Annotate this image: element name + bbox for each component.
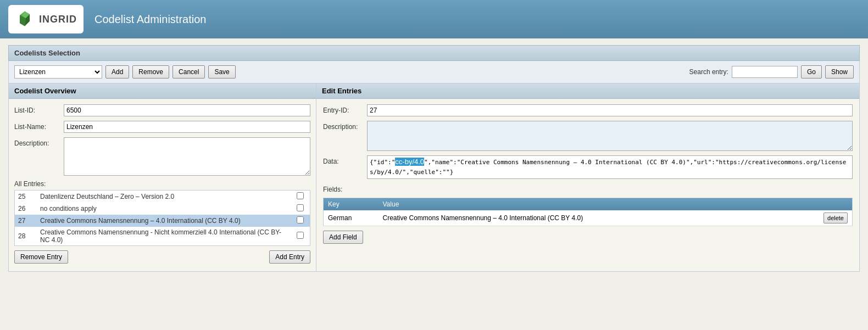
edit-entries-header: Edit Entries [316, 83, 859, 99]
list-name-input[interactable] [64, 121, 310, 133]
entry-id-cell: 28 [15, 227, 37, 245]
field-action[interactable]: delete [819, 210, 852, 226]
entry-check-cell[interactable] [293, 227, 310, 245]
left-panel: Codelist Overview List-ID: List-Name: De… [9, 83, 316, 271]
codelist-overview-body: List-ID: List-Name: Description: All Ent… [9, 99, 316, 271]
edit-description-label: Description: [323, 121, 367, 131]
right-panel: Edit Entries Entry-ID: Description: Data… [316, 83, 859, 271]
codelists-selection-header: Codelists Selection [8, 45, 860, 61]
remove-button[interactable]: Remove [132, 65, 169, 79]
app-title: Codelist Administration [94, 13, 206, 26]
entry-check-cell[interactable] [293, 191, 310, 203]
description-textarea[interactable] [64, 137, 310, 176]
data-highlight: cc-by/4.0 [395, 158, 424, 166]
edit-description-textarea[interactable] [367, 121, 853, 151]
entry-name-cell: Datenlizenz Deutschland – Zero – Version… [37, 191, 293, 203]
fields-key-header: Key [324, 198, 379, 211]
entry-id-row: Entry-ID: [323, 104, 853, 116]
logo-text: INGRID [39, 14, 77, 25]
entry-check-cell[interactable] [293, 215, 310, 227]
table-row[interactable]: 27 Creative Commons Namensnennung – 4.0 … [15, 215, 310, 227]
header: INGRID Codelist Administration [0, 0, 868, 38]
add-field-row: Add Field [323, 231, 853, 244]
delete-button[interactable]: delete [824, 212, 848, 223]
list-item: German Creative Commons Namensnennung – … [324, 210, 853, 226]
entry-name-cell: no conditions apply [37, 203, 293, 215]
table-row[interactable]: 26 no conditions apply [15, 203, 310, 215]
remove-entry-button[interactable]: Remove Entry [14, 250, 68, 264]
add-button[interactable]: Add [105, 65, 129, 79]
entry-id-cell: 25 [15, 191, 37, 203]
main-panels: Codelist Overview List-ID: List-Name: De… [8, 83, 860, 272]
edit-description-row: Description: [323, 121, 853, 151]
data-label: Data: [323, 155, 367, 165]
ingrid-logo-icon [15, 9, 35, 29]
bottom-toolbar: Remove Entry Add Entry [14, 246, 310, 266]
fields-table: Key Value German Creative Commons Namens… [323, 198, 853, 226]
codelist-overview-header: Codelist Overview [9, 83, 316, 99]
entry-id-cell: 27 [15, 215, 37, 227]
entry-name-cell: Creative Commons Namensnennung - Nicht k… [37, 227, 293, 245]
data-display[interactable]: {"id":"cc-by/4.0","name":"Creative Commo… [367, 155, 853, 179]
entries-table: 25 Datenlizenz Deutschland – Zero – Vers… [15, 191, 310, 245]
list-name-label: List-Name: [14, 121, 64, 131]
add-field-button[interactable]: Add Field [323, 231, 363, 244]
save-button[interactable]: Save [208, 65, 235, 79]
fields-action-header [819, 198, 852, 211]
fields-value-header: Value [379, 198, 820, 211]
table-row[interactable]: 28 Creative Commons Namensnennung - Nich… [15, 227, 310, 245]
entry-id-input[interactable] [367, 104, 853, 116]
codelist-select[interactable]: Lizenzen [14, 65, 102, 79]
field-value: Creative Commons Namensnennung – 4.0 Int… [379, 210, 820, 226]
search-label: Search entry: [689, 68, 728, 76]
main-content: Codelists Selection Lizenzen Add Remove … [0, 38, 868, 278]
logo-container: INGRID [8, 5, 84, 33]
edit-entries-body: Entry-ID: Description: Data: {"id":"cc-b… [316, 99, 859, 249]
list-id-label: List-ID: [14, 104, 64, 114]
table-row[interactable]: 25 Datenlizenz Deutschland – Zero – Vers… [15, 191, 310, 203]
go-button[interactable]: Go [801, 65, 822, 79]
all-entries-label: All Entries: [14, 180, 310, 188]
list-id-input[interactable] [64, 104, 310, 116]
entry-id-label: Entry-ID: [323, 104, 367, 114]
description-row: Description: [14, 137, 310, 176]
fields-label: Fields: [323, 183, 367, 193]
cancel-button[interactable]: Cancel [173, 65, 205, 79]
show-button[interactable]: Show [825, 65, 854, 79]
field-key: German [324, 210, 379, 226]
search-area: Search entry: Go Show [689, 65, 854, 79]
entry-name-cell: Creative Commons Namensnennung – 4.0 Int… [37, 215, 293, 227]
entries-scroll[interactable]: 25 Datenlizenz Deutschland – Zero – Vers… [14, 190, 310, 246]
data-field-wrapper: {"id":"cc-by/4.0","name":"Creative Commo… [367, 155, 853, 179]
list-name-row: List-Name: [14, 121, 310, 133]
list-id-row: List-ID: [14, 104, 310, 116]
description-label: Description: [14, 137, 64, 147]
search-input[interactable] [732, 66, 798, 78]
fields-row-header: Fields: [323, 183, 853, 193]
add-entry-button[interactable]: Add Entry [269, 250, 310, 264]
entry-check-cell[interactable] [293, 203, 310, 215]
entry-id-cell: 26 [15, 203, 37, 215]
toolbar: Lizenzen Add Remove Cancel Save Search e… [8, 61, 860, 83]
data-row: Data: {"id":"cc-by/4.0","name":"Creative… [323, 155, 853, 179]
